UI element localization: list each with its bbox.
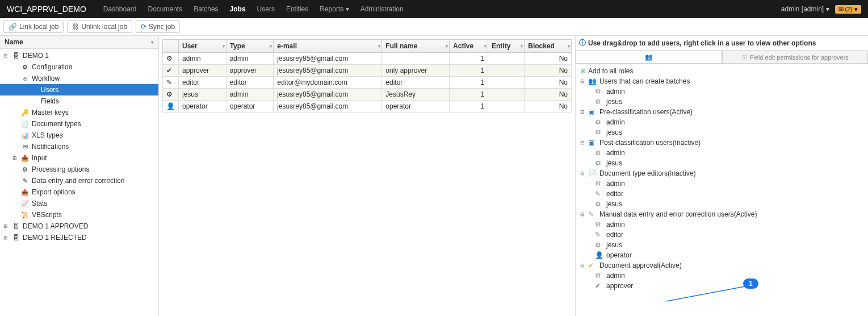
sidebar-item-demo-1-approved[interactable]: ⊞🗄DEMO 1 APPROVED (0, 221, 158, 232)
sidebar-item-configuration[interactable]: ⚙Configuration (0, 61, 158, 73)
role-user-admin[interactable]: ⚙admin (578, 117, 866, 127)
db-icon: 🗄 (11, 233, 20, 242)
col-header-full-name[interactable]: Full name▾ (382, 40, 450, 53)
sidebar-item-stats[interactable]: 📈Stats (0, 198, 158, 209)
table-row[interactable]: ⚙jesusadminjesusrey85@gmail.comJesúsRey1… (163, 89, 572, 101)
tree-label: DEMO 1 APPROVED (23, 222, 88, 230)
role-user-admin[interactable]: ⚙admin (578, 148, 866, 158)
role-user-admin[interactable]: ⚙admin (578, 271, 866, 281)
sidebar-item-users[interactable]: Users (0, 84, 158, 95)
annotation-pin-1: 1 (743, 278, 758, 289)
sidebar-item-demo-1-rejected[interactable]: ⊞🗄DEMO 1 REJECTED (0, 232, 158, 243)
cell-fullname (382, 53, 450, 65)
sidebar-item-master-keys[interactable]: 🔑Master keys (0, 107, 158, 118)
approve-icon: ✔ (163, 65, 179, 77)
sidebar-item-document-types[interactable]: 📄Document types (0, 118, 158, 130)
col-header-entity[interactable]: Entity▾ (488, 40, 525, 53)
tree-toggle-icon[interactable]: ⊟ (580, 78, 586, 84)
nav-link-dashboard[interactable]: Dashboard (98, 5, 142, 13)
user-menu[interactable]: admin [admin] ▾ (781, 5, 829, 13)
tree-toggle-icon[interactable]: ⊟ (580, 263, 586, 268)
sync-job-button[interactable]: ⟳ Sync job (136, 20, 180, 33)
nav-link-jobs[interactable]: Jobs (224, 5, 251, 13)
column-menu-icon[interactable]: ▾ (270, 44, 272, 49)
role-user-editor[interactable]: ✎editor (578, 189, 866, 199)
role-user-jesus[interactable]: ⚙jesus (578, 240, 866, 250)
nav-link-administration[interactable]: Administration (355, 5, 409, 13)
sidebar-item-workflow[interactable]: ⎋Workflow (0, 73, 158, 84)
sidebar-item-data-entry-and-error-correction[interactable]: ✎Data entry and error correction (0, 175, 158, 186)
sidebar-item-input[interactable]: ⊞📥Input (0, 152, 158, 164)
db-icon: 🗄 (11, 222, 20, 231)
tree-label: Master keys (32, 109, 69, 117)
column-menu-icon[interactable]: ▾ (378, 44, 380, 49)
tree-toggle-icon[interactable]: ⊟ (2, 53, 9, 59)
role-group-manual-data-entry-and-error-correction-users[interactable]: ⊟✎Manual data entry and error correction… (578, 209, 866, 219)
sidebar-item-processing-options[interactable]: ⚙Processing options (0, 164, 158, 175)
col-header-user[interactable]: User▾ (179, 40, 227, 53)
col-header-blocked[interactable]: Blocked▾ (525, 40, 572, 53)
link-local-job-button[interactable]: 🔗 Link local job (3, 20, 64, 33)
tree-toggle-icon[interactable]: ⊟ (580, 171, 586, 176)
role-group-post-classification-users[interactable]: ⊟▣Post-classification users(Inactive) (578, 138, 866, 148)
sidebar-item-xls-types[interactable]: 📊XLS types (0, 130, 158, 141)
role-user-admin[interactable]: ⚙admin (578, 86, 866, 97)
table-row[interactable]: ⚙adminadminjesusrey85@gmail.com1No (163, 53, 572, 65)
role-user-approver[interactable]: ✔approver (578, 281, 866, 291)
col-header-active[interactable]: Active▾ (450, 40, 488, 53)
column-menu-icon[interactable]: ▾ (484, 44, 487, 49)
role-user-jesus[interactable]: ⚙jesus (578, 199, 866, 209)
nav-link-reports[interactable]: Reports ▾ (314, 5, 354, 13)
stats-icon: 📈 (20, 199, 30, 208)
sidebar-header-label: Name (5, 38, 23, 46)
role-user-label: operator (606, 251, 632, 259)
col-header-type[interactable]: Type▾ (226, 40, 274, 53)
sidebar-item-fields[interactable]: Fields (0, 95, 158, 107)
role-user-jesus[interactable]: ⚙jesus (578, 97, 866, 107)
nav-link-users[interactable]: Users (251, 5, 280, 13)
sidebar-item-demo-1[interactable]: ⊟🗄DEMO 1 (0, 50, 158, 61)
gear-icon: ⚙ (163, 53, 179, 65)
role-group-users-that-can-create-batches[interactable]: ⊟👥Users that can create batches (578, 76, 866, 86)
add-to-all-roles[interactable]: ⊕ Add to all roles (578, 66, 866, 76)
tree-toggle-icon[interactable]: ⊞ (2, 223, 9, 229)
table-row[interactable]: ✔approverapproverjesusrey85@gmail.comonl… (163, 65, 572, 77)
sidebar-item-vbscripts[interactable]: 📜VBScripts (0, 209, 158, 221)
app-brand[interactable]: WCI_APPRVL_DEMO (7, 5, 86, 14)
cell-type: approver (226, 65, 274, 77)
role-user-admin[interactable]: ⚙admin (578, 178, 866, 189)
role-user-jesus[interactable]: ⚙jesus (578, 127, 866, 138)
column-menu-icon[interactable]: ▾ (521, 44, 523, 49)
tab-roles[interactable]: 👥 (576, 51, 722, 63)
role-user-admin[interactable]: ⚙admin (578, 219, 866, 230)
tab-field-permissions[interactable]: ⚿ Field edit permissions for approvers (722, 51, 869, 63)
unlink-local-job-button[interactable]: ⛓ Unlink local job (67, 20, 132, 33)
column-menu-icon[interactable]: ▾ (446, 44, 448, 49)
column-menu-icon[interactable]: ▾ (568, 44, 570, 49)
tree-label: Input (32, 154, 47, 162)
table-row[interactable]: ✎editoreditoreditor@mydomain.comeditor1N… (163, 77, 572, 89)
role-user-operator[interactable]: 👤operator (578, 250, 866, 260)
nav-link-batches[interactable]: Batches (188, 5, 224, 13)
sidebar-item-export-options[interactable]: 📤Export options (0, 186, 158, 198)
tree-toggle-icon[interactable]: ⊟ (580, 211, 586, 217)
table-row[interactable]: 👤operatoroperatorjesusrey85@gmail.comope… (163, 101, 572, 113)
nav-link-entities[interactable]: Entities (280, 5, 314, 13)
tree-toggle-icon[interactable]: ⊞ (11, 155, 18, 161)
role-user-jesus[interactable]: ⚙jesus (578, 158, 866, 168)
column-menu-icon[interactable]: ▾ (223, 44, 225, 49)
col-header-e-mail[interactable]: e-mail▾ (274, 40, 382, 53)
mail-notifications[interactable]: ✉ (2) ▾ (835, 5, 861, 14)
role-group-pre-classification-users[interactable]: ⊟▣Pre-classification users(Active) (578, 107, 866, 117)
tree-toggle-icon[interactable]: ⊞ (2, 235, 9, 240)
filter-icon[interactable]: ▾ (151, 39, 154, 45)
nav-link-documents[interactable]: Documents (142, 5, 188, 13)
tree-toggle-icon[interactable]: ⊟ (580, 109, 586, 115)
role-group-document-approval[interactable]: ⊟✔Document approval(Active) (578, 260, 866, 271)
sidebar-item-notifications[interactable]: ✉Notifications (0, 141, 158, 152)
tree-toggle-icon[interactable]: ⊟ (580, 140, 586, 145)
role-user-editor[interactable]: ✎editor (578, 230, 866, 240)
sync-icon: ⟳ (141, 23, 146, 31)
role-group-document-type-editors[interactable]: ⊟📄Document type editors(Inactive) (578, 168, 866, 178)
info-bar: ⓘ Use drag&drop to add users, right clic… (576, 36, 868, 51)
